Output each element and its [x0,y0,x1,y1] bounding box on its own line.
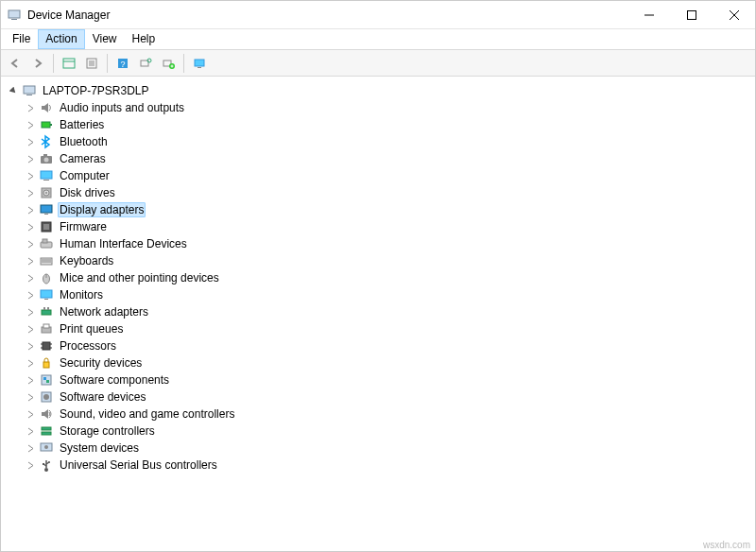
app-icon [7,8,22,23]
tree-item-label[interactable]: Print queues [58,322,125,336]
expand-icon[interactable] [24,101,37,114]
tree-item-label[interactable]: Firmware [58,220,109,233]
add-hardware-button[interactable] [158,53,179,74]
tree-item[interactable]: Display adapters [5,201,751,218]
expand-icon[interactable] [24,373,37,387]
tree-item-label[interactable]: Keyboards [58,254,115,267]
printqueue-icon [39,321,54,336]
tree-item[interactable]: Software components [5,371,751,388]
maximize-button[interactable] [670,1,713,29]
expand-icon[interactable] [24,390,37,404]
tree-item[interactable]: Monitors [5,286,751,303]
sound-icon [39,406,54,422]
tree-root[interactable]: LAPTOP-7PSR3DLP [5,82,751,99]
tree-item[interactable]: Print queues [5,320,751,337]
tree-item-label[interactable]: Audio inputs and outputs [58,101,186,114]
expand-icon[interactable] [24,288,37,302]
tree-item-label[interactable]: Mice and other pointing devices [58,271,221,285]
expand-icon[interactable] [24,458,37,472]
expand-icon[interactable] [24,169,37,182]
menu-file[interactable]: File [5,29,38,49]
tree-item-label[interactable]: Cameras [58,152,108,165]
tree-item[interactable]: Human Interface Devices [5,235,751,252]
tree-item-label[interactable]: System devices [58,441,141,455]
tree-item-label[interactable]: Bluetooth [58,135,110,148]
show-hide-console-button[interactable] [59,53,79,74]
expand-icon[interactable] [24,322,37,336]
expand-icon[interactable] [24,254,37,267]
svg-rect-49 [47,307,49,310]
tree-item[interactable]: Disk drives [5,184,751,201]
tree-item-label[interactable]: Disk drives [58,186,117,199]
tree-item[interactable]: Security devices [5,354,751,371]
expand-icon[interactable] [24,424,37,438]
expand-icon[interactable] [24,441,37,455]
svg-rect-60 [46,380,49,383]
forward-button[interactable] [27,53,48,74]
tree-item[interactable]: Storage controllers [5,423,751,440]
tree-item-label[interactable]: Monitors [58,288,105,302]
svg-rect-64 [42,432,51,435]
svg-rect-47 [42,310,51,315]
tree-item-label[interactable]: Security devices [58,356,144,370]
menu-help[interactable]: Help [125,29,163,49]
menu-view[interactable]: View [85,29,125,49]
close-button[interactable] [713,1,755,29]
expand-icon[interactable] [24,356,37,370]
svg-point-69 [48,461,50,463]
expand-icon[interactable] [24,152,37,165]
tree-item[interactable]: Bluetooth [5,133,751,150]
minimize-button[interactable] [627,1,670,29]
tree-item[interactable]: Mice and other pointing devices [5,269,751,286]
scan-hardware-button[interactable] [135,53,156,74]
expand-icon[interactable] [24,135,37,148]
computer-icon [22,83,37,98]
tree-item-label[interactable]: Display adapters [58,202,146,217]
toolbar-separator [107,54,108,73]
tree-item[interactable]: Cameras [5,150,751,167]
expand-icon[interactable] [24,305,37,319]
tree-item[interactable]: Firmware [5,218,751,235]
expand-icon[interactable] [24,271,37,285]
remote-computer-button[interactable] [189,53,210,74]
collapse-icon[interactable] [7,84,20,97]
tree-item-label[interactable]: Sound, video and game controllers [58,407,236,421]
camera-icon [39,151,54,166]
tree-item[interactable]: Software devices [5,388,751,405]
expand-icon[interactable] [24,186,37,199]
tree-item[interactable]: Batteries [5,116,751,133]
tree-item-label[interactable]: Network adapters [58,305,150,319]
tree-item-label[interactable]: Computer [58,169,112,182]
root-label[interactable]: LAPTOP-7PSR3DLP [41,84,151,97]
tree-item[interactable]: Network adapters [5,303,751,320]
svg-rect-39 [43,239,47,243]
tree-item-label[interactable]: Software components [58,373,171,387]
expand-icon[interactable] [24,118,37,131]
expand-icon[interactable] [24,203,37,216]
tree-item-label[interactable]: Storage controllers [58,424,157,438]
computer-icon [39,168,54,183]
svg-rect-51 [43,324,49,328]
tree-item[interactable]: Audio inputs and outputs [5,99,751,116]
expand-icon[interactable] [24,237,37,250]
properties-button[interactable] [81,53,102,74]
tree-item[interactable]: Keyboards [5,252,751,269]
svg-point-62 [43,394,49,400]
tree-item-label[interactable]: Software devices [58,390,147,404]
tree-item[interactable]: System devices [5,440,751,457]
expand-icon[interactable] [24,220,37,233]
tree-item[interactable]: Computer [5,167,751,184]
tree-item-label[interactable]: Universal Serial Bus controllers [58,458,219,472]
device-tree[interactable]: LAPTOP-7PSR3DLP Audio inputs and outputs… [1,77,755,536]
expand-icon[interactable] [24,407,37,421]
tree-item[interactable]: Universal Serial Bus controllers [5,457,751,474]
help-button[interactable]: ? [112,53,133,74]
back-button[interactable] [5,53,26,74]
tree-item-label[interactable]: Human Interface Devices [58,237,189,250]
tree-item-label[interactable]: Processors [58,339,118,353]
tree-item-label[interactable]: Batteries [58,118,106,131]
menu-action[interactable]: Action [38,29,84,49]
tree-item[interactable]: Sound, video and game controllers [5,405,751,423]
expand-icon[interactable] [24,339,37,353]
tree-item[interactable]: Processors [5,337,751,354]
